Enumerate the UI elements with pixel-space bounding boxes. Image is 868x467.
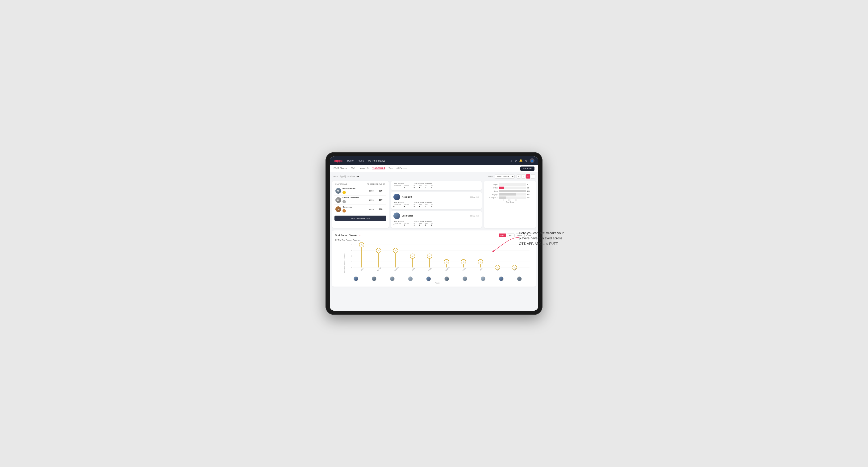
lb-avg: 103 [376, 208, 385, 210]
lb-score: 19/20 [367, 190, 376, 192]
chart-player [463, 276, 467, 281]
nav-teams[interactable]: Teams [357, 159, 364, 162]
pc-stats: Total Rounds Tournament 7 Practice [394, 183, 479, 188]
subnav-pga[interactable]: PGA [350, 167, 355, 170]
svg-text:5x: 5x [429, 255, 431, 257]
player-name-header: PLAYER NAME [335, 183, 367, 185]
svg-text:4: 4 [351, 261, 352, 262]
settings-icon[interactable]: ⊕ [525, 159, 527, 162]
player-date: 02 Sep 2023 [470, 196, 479, 198]
player-name: Richard Butler [342, 187, 367, 190]
putt-stat: PUTT 1 [431, 223, 434, 226]
svg-text:M. Miller: M. Miller [478, 268, 483, 271]
player-card-rees: Rees Britt 02 Sep 2023 Total Rounds Tour… [391, 192, 482, 209]
grid-view-btn[interactable]: ⊞ [517, 174, 521, 179]
player-name: Edward Crossman [342, 197, 367, 199]
activities-row: OTT 0 APP 0 ARG [413, 223, 434, 226]
practice-act-title: Total Practice Activities [413, 183, 434, 184]
bar-row-bogeys: Bogeys 311 [486, 193, 533, 195]
bar-label: Eagles [486, 184, 498, 185]
bar-fill [499, 196, 506, 199]
chart-player-avatar [372, 276, 376, 281]
subnav-all-players[interactable]: All Players [397, 167, 407, 170]
bar-label: Bogeys [486, 194, 498, 195]
user-avatar[interactable]: 👤 [530, 158, 534, 163]
pc-header: Josh Coles 26 Aug 2023 [394, 213, 479, 219]
chart-player-avatar [426, 276, 431, 281]
subnav-hcaps[interactable]: Hcaps 1-5 [359, 167, 368, 170]
svg-text:4x: 4x [445, 261, 447, 263]
pc-header: Rees Britt 02 Sep 2023 [394, 194, 479, 200]
bell-icon[interactable]: 🔔 [519, 159, 523, 162]
chart-player [353, 276, 358, 281]
team-header: Team Clippd | 14 Players ✏ Show Last 3 m… [332, 174, 536, 179]
bar-row-pars: Pars 499 [486, 190, 533, 192]
view-leaderboard-button[interactable]: View Full Leaderboard [335, 216, 386, 221]
svg-text:3: 3 [351, 267, 352, 268]
chart-player-avatar [463, 276, 467, 281]
arg-stat: ARG 0 [425, 185, 428, 188]
practice-activities-group: Total Practice Activities OTT 0 APP [413, 201, 434, 207]
period-select[interactable]: Last 3 months [495, 175, 515, 179]
annotation-container: Here you can see streaks your players ha… [519, 230, 566, 246]
subnav-team-clippd[interactable]: Team Clippd [372, 167, 385, 170]
bar-row-eagles: Eagles 3 [486, 183, 533, 186]
table-row[interactable]: RB Richard Butler 1 19/20 110 [335, 186, 386, 195]
chart-player [481, 276, 486, 281]
tab-ott[interactable]: OTT [499, 234, 506, 237]
putt-stat: PUTT 1 [431, 185, 434, 188]
rank-badge: 1 [342, 191, 346, 194]
arg-stat: ARG 0 [425, 223, 428, 226]
player-card-first: Total Rounds Tournament 7 Practice [391, 181, 482, 190]
player-info: Edward Crossman 2 [342, 197, 367, 203]
bar-track [499, 196, 526, 199]
svg-text:4x: 4x [463, 261, 464, 263]
chart-player [408, 276, 413, 281]
card-view-btn[interactable]: ◫ [526, 174, 530, 179]
chart-player-avatar [444, 276, 449, 281]
chart-player [444, 276, 449, 281]
rounds-row: Tournament 7 Practice 2 [394, 223, 409, 226]
avatar [394, 213, 400, 219]
rounds-group: Total Rounds Tournament 7 Practice [394, 183, 409, 188]
bar-count: 499 [527, 190, 533, 192]
practice-stat: Practice 2 [404, 223, 409, 226]
svg-text:J. Coles: J. Coles [410, 268, 415, 271]
nav-my-performance[interactable]: My Performance [368, 159, 385, 162]
practice-act-group: Total Practice Activities OTT 0 APP [413, 183, 434, 188]
tablet-device: clippd Home Teams My Performance ⌕ ⊙ 🔔 ⊕… [326, 152, 542, 315]
chart-player-avatar [390, 276, 395, 281]
show-label: Show [488, 176, 493, 178]
subnav-pgat[interactable]: PGAT Players [334, 167, 347, 170]
lb-score: 17/20 [367, 208, 376, 210]
bar-count: 311 [527, 194, 533, 195]
svg-text:4x: 4x [479, 261, 482, 263]
streaks-title: Best Round Streaks ← [335, 233, 362, 237]
player-date: 26 Aug 2023 [470, 215, 479, 217]
player-avatars-row [342, 276, 533, 281]
user-icon[interactable]: ⊙ [515, 159, 517, 162]
team-title: Team Clippd | 14 Players ✏ [333, 175, 359, 178]
rounds-row: Tournament 8 Practice 4 [394, 204, 409, 207]
bar-label: Pars [486, 190, 498, 192]
bar-track [499, 187, 526, 189]
avatar: CM [335, 206, 341, 212]
nav-home[interactable]: Home [347, 159, 353, 162]
search-icon[interactable]: ⌕ [510, 159, 512, 162]
subnav-tour[interactable]: Tour [389, 167, 393, 170]
annotation-text: Here you can see streaks your players ha… [519, 230, 566, 246]
lb-header: PLAYER NAME PB SCORE PB AVG SQ [335, 183, 386, 185]
bar-chart: Eagles 3 Birdies [486, 183, 533, 199]
svg-text:6: 6 [351, 250, 352, 251]
streaks-subtitle: Off The Tee, Fairway Accuracy [335, 239, 533, 241]
tab-app[interactable]: APP [507, 234, 515, 237]
sort-btn[interactable]: ↕ [531, 174, 535, 179]
players-panel: Total Rounds Tournament 7 Practice [391, 181, 482, 228]
table-row[interactable]: CM Cameron... 3 17/20 103 [335, 205, 386, 214]
list-view-btn[interactable]: ☰ [521, 174, 526, 179]
table-row[interactable]: EC Edward Crossman 2 18/20 107 [335, 195, 386, 205]
bar-fill [499, 190, 526, 192]
streak-chart-svg: 7 6 5 4 3 7x E. Ebert [342, 243, 533, 271]
add-team-button[interactable]: Add Team [520, 166, 534, 171]
bar-label: D. Bogeys + [486, 197, 498, 198]
